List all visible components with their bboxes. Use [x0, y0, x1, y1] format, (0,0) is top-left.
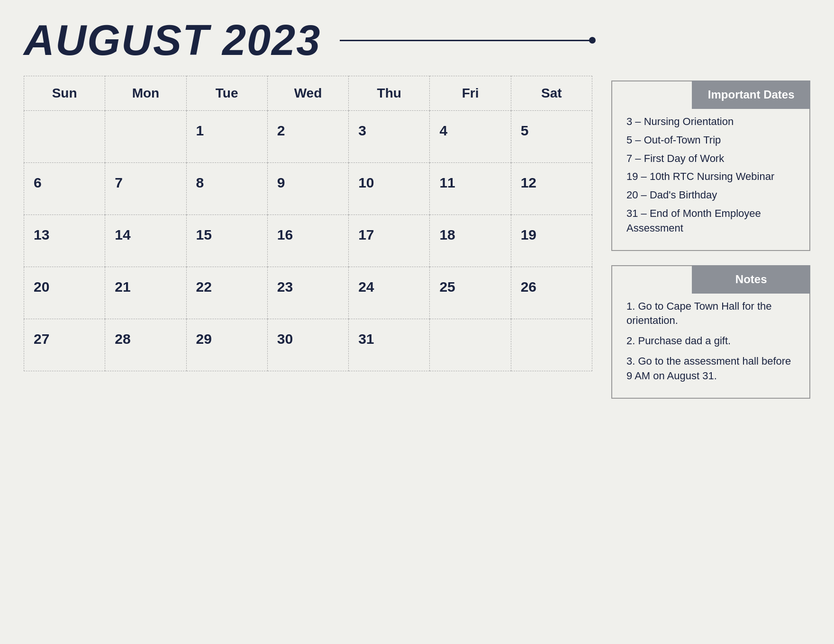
calendar-day-cell: 16 — [267, 215, 348, 267]
calendar-day-cell: 27 — [24, 319, 105, 371]
calendar-day-cell: 18 — [430, 215, 511, 267]
calendar-day-cell: 17 — [349, 215, 430, 267]
calendar-week-row: 6789101112 — [24, 163, 592, 215]
calendar-day-cell: 11 — [430, 163, 511, 215]
important-date-item: 5 – Out-of-Town Trip — [626, 133, 795, 148]
calendar-day-cell: 26 — [511, 267, 592, 319]
day-header-tue: Tue — [186, 76, 267, 111]
calendar-day-cell: 22 — [186, 267, 267, 319]
calendar-day-cell: 3 — [349, 111, 430, 163]
important-date-item: 31 – End of Month Employee Assessment — [626, 206, 795, 236]
calendar-day-cell: 2 — [267, 111, 348, 163]
important-date-item: 19 – 10th RTC Nursing Webinar — [626, 170, 795, 184]
header-line-container — [340, 40, 592, 41]
important-date-item: 20 – Dad's Birthday — [626, 188, 795, 203]
right-section: Important Dates 3 – Nursing Orientation5… — [611, 19, 810, 399]
left-section: AUGUST 2023 Sun Mon Tue Wed Thu Fri Sat … — [24, 19, 592, 399]
calendar-day-cell — [105, 111, 186, 163]
calendar-day-cell: 21 — [105, 267, 186, 319]
header-decorative-line — [340, 40, 592, 41]
day-header-thu: Thu — [349, 76, 430, 111]
calendar-day-cell: 28 — [105, 319, 186, 371]
calendar-day-cell: 29 — [186, 319, 267, 371]
calendar-day-cell: 12 — [511, 163, 592, 215]
day-header-mon: Mon — [105, 76, 186, 111]
calendar-table: Sun Mon Tue Wed Thu Fri Sat 123456789101… — [24, 76, 592, 371]
calendar-day-cell: 8 — [186, 163, 267, 215]
calendar-day-cell: 30 — [267, 319, 348, 371]
calendar-day-cell: 10 — [349, 163, 430, 215]
important-date-item: 7 – First Day of Work — [626, 152, 795, 166]
note-item: 1. Go to Cape Town Hall for the orientat… — [626, 299, 795, 329]
day-header-fri: Fri — [430, 76, 511, 111]
calendar-day-cell: 23 — [267, 267, 348, 319]
calendar-day-cell — [24, 111, 105, 163]
main-layout: AUGUST 2023 Sun Mon Tue Wed Thu Fri Sat … — [24, 19, 810, 399]
important-dates-list: 3 – Nursing Orientation5 – Out-of-Town T… — [626, 115, 795, 236]
calendar-day-cell: 14 — [105, 215, 186, 267]
calendar-day-cell: 7 — [105, 163, 186, 215]
calendar-week-row: 2728293031 — [24, 319, 592, 371]
day-header-wed: Wed — [267, 76, 348, 111]
calendar-week-row: 20212223242526 — [24, 267, 592, 319]
page-title: AUGUST 2023 — [24, 19, 321, 62]
calendar-day-cell — [430, 319, 511, 371]
header-row: AUGUST 2023 — [24, 19, 592, 62]
calendar-day-cell: 20 — [24, 267, 105, 319]
note-item: 2. Purchase dad a gift. — [626, 334, 795, 349]
calendar-header-row: Sun Mon Tue Wed Thu Fri Sat — [24, 76, 592, 111]
calendar-day-cell: 9 — [267, 163, 348, 215]
calendar-day-cell: 4 — [430, 111, 511, 163]
day-header-sat: Sat — [511, 76, 592, 111]
calendar-day-cell: 25 — [430, 267, 511, 319]
calendar-day-cell: 5 — [511, 111, 592, 163]
notes-list: 1. Go to Cape Town Hall for the orientat… — [626, 299, 795, 384]
calendar-week-row: 12345 — [24, 111, 592, 163]
calendar-day-cell: 15 — [186, 215, 267, 267]
important-dates-header: Important Dates — [692, 80, 810, 109]
calendar-day-cell: 24 — [349, 267, 430, 319]
calendar-week-row: 13141516171819 — [24, 215, 592, 267]
calendar-day-cell — [511, 319, 592, 371]
important-date-item: 3 – Nursing Orientation — [626, 115, 795, 129]
notes-box: Notes 1. Go to Cape Town Hall for the or… — [611, 265, 810, 399]
calendar-day-cell: 6 — [24, 163, 105, 215]
note-item: 3. Go to the assessment hall before 9 AM… — [626, 354, 795, 384]
calendar-day-cell: 19 — [511, 215, 592, 267]
day-header-sun: Sun — [24, 76, 105, 111]
calendar-day-cell: 13 — [24, 215, 105, 267]
calendar-day-cell: 1 — [186, 111, 267, 163]
notes-header: Notes — [692, 265, 810, 294]
important-dates-box: Important Dates 3 – Nursing Orientation5… — [611, 80, 810, 251]
calendar-day-cell: 31 — [349, 319, 430, 371]
